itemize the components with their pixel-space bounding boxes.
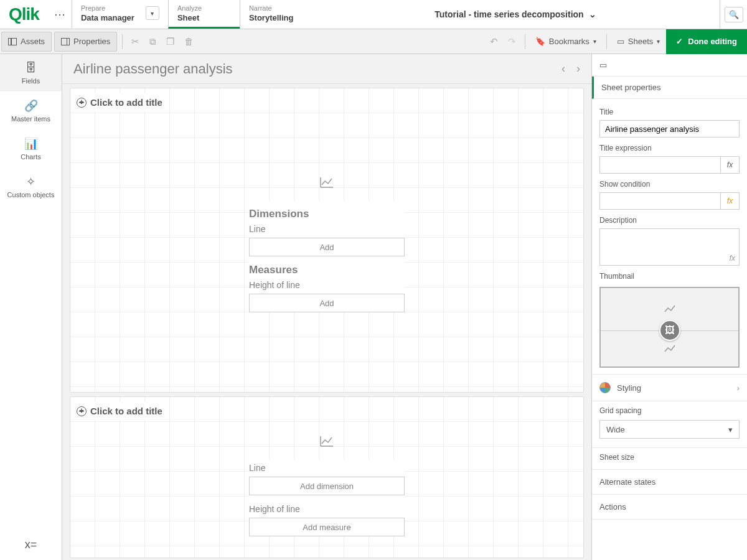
- app-title[interactable]: Tutorial - time series decomposition ⌄: [311, 0, 720, 29]
- thumbnail-preview: 🖼: [599, 287, 740, 368]
- chevron-right-icon: ›: [737, 383, 740, 393]
- tab-narrate-big: Storytelling: [249, 13, 294, 22]
- bookmarks-label: Bookmarks: [549, 37, 590, 46]
- add-dimension-button-1[interactable]: Add: [249, 238, 405, 256]
- qlik-logo: Qlik: [0, 0, 48, 29]
- done-label: Done editing: [688, 37, 737, 46]
- title-expression-input[interactable]: [599, 156, 721, 174]
- grid-spacing-label: Grid spacing: [592, 401, 747, 416]
- app-title-text: Tutorial - time series decomposition: [435, 9, 583, 19]
- change-thumbnail-button[interactable]: 🖼: [659, 320, 680, 341]
- tab-analyze-big: Sheet: [177, 13, 202, 22]
- line-chart-icon: [662, 303, 677, 315]
- palette-icon: [599, 382, 611, 393]
- chart-object-2[interactable]: Click to add title Line Add dimension He…: [70, 396, 584, 558]
- add-measure-button-2[interactable]: Add measure: [249, 518, 405, 536]
- thumbnail-label: Thumbnail: [599, 272, 740, 281]
- bookmark-icon: 🔖: [535, 37, 545, 46]
- sheet-icon: ▭: [592, 54, 747, 77]
- fields-label: Fields: [22, 77, 40, 85]
- sheet-title: Airline passenger analysis: [73, 61, 233, 77]
- redo-icon[interactable]: ↷: [503, 36, 521, 47]
- bar-chart-icon: 📊: [0, 137, 62, 151]
- chart-object-1[interactable]: Click to add title Dimensions Line Add M…: [70, 88, 584, 393]
- sheet-size-label: Sheet size: [592, 448, 747, 463]
- sidebar-item-charts[interactable]: 📊 Charts: [0, 129, 62, 167]
- line-chart-icon: [319, 432, 334, 452]
- title-label: Title: [599, 108, 740, 116]
- assets-label: Assets: [21, 37, 45, 46]
- sidebar-item-custom[interactable]: ✧ Custom objects: [0, 167, 62, 205]
- title-expression-label: Title expression: [599, 144, 740, 152]
- link-icon: 🔗: [0, 99, 62, 113]
- paste-icon[interactable]: ❐: [161, 36, 179, 47]
- line-chart-icon: [319, 174, 334, 193]
- properties-button[interactable]: Properties: [54, 32, 117, 52]
- show-condition-label: Show condition: [599, 180, 740, 189]
- sheets-label: Sheets: [628, 37, 653, 46]
- sidebar-item-fields[interactable]: 🗄 Fields: [0, 54, 62, 91]
- show-condition-input[interactable]: [599, 192, 721, 210]
- copy-icon[interactable]: ⧉: [144, 36, 161, 47]
- charts-label: Charts: [21, 153, 40, 161]
- dimension-label-2: Line: [249, 463, 405, 473]
- panel-left-icon: [8, 38, 17, 45]
- grid-spacing-value: Wide: [606, 425, 625, 434]
- next-sheet-icon[interactable]: ›: [576, 62, 580, 75]
- add-title-label-2: Click to add title: [90, 406, 162, 416]
- tab-narrate[interactable]: Narrate Storytelling: [240, 0, 311, 29]
- separator: [122, 34, 123, 49]
- sheets-button[interactable]: ▭Sheets▾: [611, 30, 666, 54]
- cut-icon[interactable]: ✂: [126, 36, 144, 47]
- prepare-dropdown-icon[interactable]: ▾: [146, 6, 159, 20]
- tab-narrate-small: Narrate: [249, 4, 294, 12]
- tab-prepare-small: Prepare: [81, 4, 134, 12]
- separator: [525, 34, 525, 49]
- delete-icon[interactable]: 🗑: [179, 36, 199, 47]
- title-input[interactable]: [599, 120, 740, 138]
- tab-prepare-big: Data manager: [81, 13, 134, 22]
- actions-accordion[interactable]: Actions: [592, 495, 747, 520]
- fx-button[interactable]: fx: [721, 156, 740, 174]
- properties-label: Properties: [73, 37, 110, 46]
- master-label: Master items: [11, 115, 50, 123]
- tab-prepare[interactable]: Prepare Data manager ▾: [72, 0, 168, 29]
- done-editing-button[interactable]: Done editing: [666, 29, 747, 54]
- global-search-button[interactable]: 🔍: [720, 0, 747, 29]
- styling-label: Styling: [617, 383, 641, 393]
- variables-icon[interactable]: x=: [0, 538, 62, 560]
- assets-button[interactable]: Assets: [1, 32, 52, 52]
- add-title-1[interactable]: Click to add title: [70, 93, 169, 111]
- chevron-down-icon: ▾: [728, 425, 733, 434]
- custom-label: Custom objects: [7, 191, 55, 198]
- chevron-down-icon: ▾: [657, 38, 660, 45]
- dimension-label: Line: [249, 224, 405, 234]
- description-input[interactable]: fx: [599, 228, 740, 266]
- panel-right-icon: [61, 38, 70, 45]
- sidebar-item-master[interactable]: 🔗 Master items: [0, 91, 62, 129]
- styling-accordion[interactable]: Styling ›: [592, 375, 747, 401]
- actions-label: Actions: [599, 502, 626, 511]
- more-menu-icon[interactable]: ⋯: [48, 0, 72, 29]
- prev-sheet-icon[interactable]: ‹: [561, 62, 565, 75]
- add-measure-button-1[interactable]: Add: [249, 294, 405, 312]
- line-chart-icon: [662, 343, 677, 355]
- tab-analyze-small: Analyze: [177, 4, 202, 12]
- fx-button[interactable]: fx: [721, 192, 740, 210]
- sheet-properties-header: Sheet properties: [592, 77, 747, 99]
- dimensions-heading: Dimensions: [249, 208, 405, 220]
- database-icon: 🗄: [0, 62, 62, 75]
- fx-icon[interactable]: fx: [730, 254, 735, 263]
- tab-analyze[interactable]: Analyze Sheet: [168, 0, 240, 29]
- add-title-2[interactable]: Click to add title: [70, 402, 169, 420]
- bookmarks-button[interactable]: 🔖Bookmarks▾: [529, 30, 603, 54]
- undo-icon[interactable]: ↶: [485, 36, 503, 47]
- add-title-label: Click to add title: [90, 97, 162, 108]
- grid-spacing-select[interactable]: Wide ▾: [599, 420, 740, 439]
- sheet-icon: ▭: [617, 37, 624, 46]
- separator: [606, 34, 607, 49]
- alternate-states-accordion[interactable]: Alternate states: [592, 470, 747, 495]
- add-dimension-button-2[interactable]: Add dimension: [249, 477, 405, 495]
- alt-states-label: Alternate states: [599, 477, 655, 487]
- chevron-down-icon: ▾: [593, 38, 596, 45]
